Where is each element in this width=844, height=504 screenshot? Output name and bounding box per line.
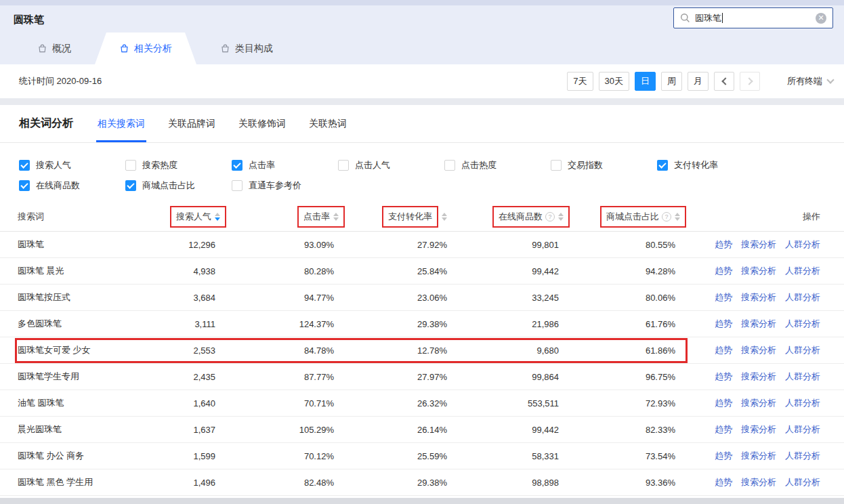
- subtab[interactable]: 关联热词: [309, 105, 347, 142]
- cell-online-items: 99,442: [447, 425, 559, 435]
- column-label: 支付转化率: [388, 211, 432, 223]
- crowd-analysis-link[interactable]: 人群分析: [785, 476, 820, 488]
- checkbox-icon[interactable]: [551, 160, 562, 171]
- metric-label: 点击人气: [355, 159, 390, 171]
- cell-keyword: 圆珠笔按压式: [18, 291, 99, 303]
- checkbox-icon[interactable]: [19, 160, 30, 171]
- crowd-analysis-link[interactable]: 人群分析: [785, 450, 820, 462]
- trend-link[interactable]: 趋势: [715, 397, 732, 409]
- search-input[interactable]: 圆珠笔: [695, 12, 721, 24]
- search-analysis-link[interactable]: 搜索分析: [741, 450, 776, 462]
- cell-search-popularity: 1,640: [99, 398, 215, 408]
- crowd-analysis-link[interactable]: 人群分析: [785, 291, 820, 303]
- crowd-analysis-link[interactable]: 人群分析: [785, 371, 820, 383]
- cell-search-popularity: 1,637: [99, 425, 215, 435]
- cell-conversion: 23.06%: [334, 293, 447, 303]
- sort-icon[interactable]: [442, 213, 447, 221]
- range-button[interactable]: 月: [688, 72, 709, 91]
- metric-checkbox[interactable]: 直通车参考价: [232, 178, 338, 193]
- table-row: 圆珠笔 12,296 93.09% 27.92% 99,801 80.55% 趋…: [0, 232, 844, 258]
- main-tab[interactable]: 类目构成: [209, 33, 284, 64]
- text-cursor: [722, 13, 723, 23]
- trend-link[interactable]: 趋势: [715, 371, 732, 383]
- crowd-analysis-link[interactable]: 人群分析: [785, 344, 820, 356]
- column-header-mall-click-share[interactable]: 商城点击占比 ?: [559, 206, 675, 228]
- range-button[interactable]: 日: [635, 72, 656, 91]
- checkbox-icon[interactable]: [232, 160, 242, 171]
- main-tab[interactable]: 概况: [26, 33, 83, 64]
- search-analysis-link[interactable]: 搜索分析: [741, 265, 776, 277]
- cell-ctr: 124.37%: [215, 319, 334, 329]
- trend-link[interactable]: 趋势: [715, 318, 732, 330]
- question-circle-icon[interactable]: ?: [545, 212, 555, 222]
- trend-link[interactable]: 趋势: [715, 423, 732, 436]
- next-button[interactable]: [740, 72, 760, 91]
- metric-checkbox[interactable]: 点击人气: [338, 158, 444, 173]
- range-button[interactable]: 30天: [599, 72, 629, 91]
- column-header-ctr[interactable]: 点击率: [215, 206, 334, 228]
- cell-actions: 趋势搜索分析人群分析: [675, 265, 820, 277]
- metric-checkbox[interactable]: 搜索热度: [125, 158, 232, 173]
- column-header-conversion[interactable]: 支付转化率: [334, 206, 447, 228]
- cell-keyword: 晨光圆珠笔: [18, 423, 99, 436]
- trend-link[interactable]: 趋势: [715, 265, 732, 277]
- subtab[interactable]: 相关搜索词: [98, 105, 145, 142]
- crowd-analysis-link[interactable]: 人群分析: [785, 318, 820, 330]
- subtab[interactable]: 关联品牌词: [168, 105, 215, 142]
- search-analysis-link[interactable]: 搜索分析: [741, 397, 776, 409]
- checkbox-icon[interactable]: [19, 180, 30, 191]
- cell-online-items: 58,331: [447, 451, 559, 461]
- search-analysis-link[interactable]: 搜索分析: [741, 371, 776, 383]
- range-button[interactable]: 7天: [567, 72, 593, 91]
- subtab[interactable]: 关联修饰词: [238, 105, 286, 142]
- prev-button[interactable]: [714, 72, 734, 91]
- metric-checkbox[interactable]: 支付转化率: [657, 158, 763, 173]
- search-analysis-link[interactable]: 搜索分析: [741, 344, 776, 356]
- metric-checkbox[interactable]: 在线商品数: [19, 178, 125, 193]
- search-box[interactable]: 圆珠笔 ✕: [673, 7, 833, 28]
- search-analysis-link[interactable]: 搜索分析: [741, 291, 776, 303]
- table-header: 搜索词 搜索人气 点击率 支付转化率 在线商品数 ? 商城点击占比 ?: [0, 203, 844, 232]
- checkbox-icon[interactable]: [444, 160, 455, 171]
- question-circle-icon[interactable]: ?: [662, 212, 671, 222]
- cell-ctr: 93.09%: [215, 240, 334, 250]
- cell-online-items: 99,442: [447, 266, 559, 276]
- checkbox-icon[interactable]: [232, 180, 242, 191]
- cell-ctr: 94.77%: [215, 293, 334, 303]
- trend-link[interactable]: 趋势: [715, 344, 732, 356]
- bag-icon: [119, 43, 129, 54]
- metric-checkbox[interactable]: 点击率: [232, 158, 338, 173]
- metric-label: 商城点击占比: [142, 180, 195, 192]
- clear-icon[interactable]: ✕: [816, 13, 826, 24]
- metric-checkbox[interactable]: 交易指数: [551, 158, 657, 173]
- date-toolbar: 统计时间 2020-09-16 7天30天日周月 所有终端: [0, 64, 844, 98]
- search-analysis-link[interactable]: 搜索分析: [741, 476, 776, 488]
- checkbox-icon[interactable]: [125, 180, 136, 191]
- trend-link[interactable]: 趋势: [715, 238, 732, 251]
- terminal-dropdown[interactable]: 所有终端: [787, 75, 833, 87]
- trend-link[interactable]: 趋势: [715, 291, 732, 303]
- terminal-label: 所有终端: [787, 75, 822, 87]
- date-controls: 7天30天日周月 所有终端: [567, 64, 833, 98]
- column-header-online-items[interactable]: 在线商品数 ?: [447, 206, 559, 228]
- metric-checkbox[interactable]: 搜索人气: [19, 158, 125, 173]
- crowd-analysis-link[interactable]: 人群分析: [785, 423, 820, 436]
- crowd-analysis-link[interactable]: 人群分析: [785, 238, 820, 251]
- column-header-search-popularity[interactable]: 搜索人气: [99, 206, 215, 228]
- trend-link[interactable]: 趋势: [715, 476, 732, 488]
- checkbox-icon[interactable]: [657, 160, 668, 171]
- range-button[interactable]: 周: [661, 72, 682, 91]
- search-analysis-link[interactable]: 搜索分析: [741, 318, 776, 330]
- crowd-analysis-link[interactable]: 人群分析: [785, 265, 820, 277]
- main-tab[interactable]: 相关分析: [95, 33, 196, 64]
- filter-row: 在线商品数 商城点击占比 直通车参考价: [19, 178, 844, 193]
- crowd-analysis-link[interactable]: 人群分析: [785, 397, 820, 409]
- metric-checkbox[interactable]: 商城点击占比: [125, 178, 232, 193]
- cell-search-popularity: 3,684: [99, 293, 215, 303]
- checkbox-icon[interactable]: [338, 160, 349, 171]
- search-analysis-link[interactable]: 搜索分析: [741, 423, 776, 436]
- checkbox-icon[interactable]: [125, 160, 136, 171]
- trend-link[interactable]: 趋势: [715, 450, 732, 462]
- search-analysis-link[interactable]: 搜索分析: [741, 238, 776, 251]
- metric-checkbox[interactable]: 点击热度: [444, 158, 551, 173]
